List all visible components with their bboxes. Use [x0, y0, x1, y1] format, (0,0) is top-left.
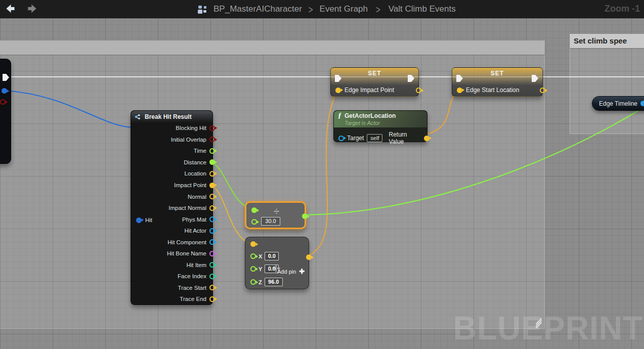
node-add-vector[interactable]: + X 0.0 Y 0.0 Z 96.0 Add pin ✚ — [245, 237, 309, 289]
x-input-pin[interactable] — [250, 253, 256, 259]
pin-label: Location — [185, 170, 206, 177]
pin-label: Normal — [188, 194, 206, 200]
divisor-input-pin[interactable] — [251, 219, 257, 225]
breadcrumb: BP_MasterAICharacter > Event Graph > Val… — [197, 0, 456, 18]
graph-canvas[interactable]: BLUEPRINT Set climb spee — [0, 18, 644, 349]
value-input-pin[interactable] — [335, 88, 341, 93]
time-pin[interactable] — [209, 148, 215, 154]
add-pin-label: Add pin — [277, 269, 296, 275]
axis-label: Z — [259, 279, 262, 285]
title-bar: BP_MasterAICharacter > Event Graph > Val… — [0, 0, 644, 18]
axis-label: Y — [259, 266, 262, 272]
node-header: ƒ GetActorLocation Target is Actor — [334, 111, 427, 127]
blocking-hit-pin[interactable] — [209, 125, 215, 131]
node-title: SET — [452, 70, 542, 77]
output-pin-list: Blocking Hit Initial Overlap Time Distan… — [131, 122, 212, 305]
impact-normal-pin[interactable] — [209, 205, 215, 211]
plus-icon: ✚ — [299, 268, 305, 275]
breadcrumb-graph[interactable]: Event Graph — [320, 4, 368, 14]
breadcrumb-separator: > — [309, 3, 313, 15]
divide-operator-glyph: ÷ — [274, 206, 279, 217]
y-input-pin[interactable] — [250, 266, 256, 272]
breadcrumb-separator: > — [376, 3, 380, 15]
blueprint-asset-icon — [197, 5, 207, 14]
alignment-guide-line — [0, 76, 644, 77]
divisor-value-field[interactable]: 30.0 — [261, 217, 280, 226]
pin-label: Edge Impact Point — [345, 86, 394, 94]
pin-label: Return Value — [389, 131, 421, 145]
x-value-field[interactable]: 0.0 — [265, 252, 279, 260]
value-output-pin[interactable] — [540, 88, 545, 93]
pin-label: Edge Start Location — [466, 86, 519, 94]
node-divide[interactable]: ÷ 30.0 — [245, 201, 306, 229]
target-input-pin[interactable] — [338, 136, 344, 141]
comment-box-climb-body — [570, 48, 644, 134]
hit-actor-pin[interactable] — [209, 228, 215, 234]
pin-label: Trace Start — [178, 285, 206, 291]
node-edge-timeline[interactable]: Edge Timeline — [592, 96, 644, 111]
node-title: Edge Timeline — [599, 100, 637, 107]
node-set-edge-start-location[interactable]: SET Edge Start Location — [452, 67, 543, 97]
node-header: Break Hit Result — [131, 111, 212, 123]
dividend-input-pin[interactable] — [251, 207, 257, 213]
target-self-field[interactable]: self — [367, 134, 382, 142]
pin-label: Impact Normal — [168, 205, 206, 211]
function-icon: ƒ — [338, 112, 341, 119]
node-subtitle: Target is Actor — [345, 120, 396, 126]
break-struct-icon — [135, 114, 142, 120]
axis-label: X — [259, 253, 262, 259]
comment-box-climb-header[interactable]: Set climb spee — [570, 34, 644, 48]
pin-label: Hit Item — [186, 262, 206, 268]
exec-out-pin[interactable] — [3, 74, 9, 81]
node-title: GetActorLocation — [345, 112, 396, 119]
face-index-pin[interactable] — [209, 274, 215, 279]
pin-label: Target — [347, 135, 364, 142]
zoom-level-indicator: Zoom -1 — [605, 4, 640, 14]
pin-label: Distance — [184, 159, 206, 165]
node-get-actor-location[interactable]: ƒ GetActorLocation Target is Actor Targe… — [333, 110, 427, 142]
breadcrumb-asset[interactable]: BP_MasterAICharacter — [213, 4, 302, 14]
impact-point-pin[interactable] — [209, 183, 215, 188]
hit-result-out-pin[interactable] — [2, 88, 7, 94]
trace-end-pin[interactable] — [209, 296, 215, 302]
back-arrow-button[interactable] — [4, 3, 16, 15]
hit-bone-name-pin[interactable] — [209, 251, 215, 256]
pin-label: Trace End — [180, 296, 206, 302]
comment-box-main-header[interactable] — [0, 40, 545, 55]
result-output-pin[interactable] — [306, 254, 312, 260]
node-title: Break Hit Result — [145, 113, 192, 120]
timeline-output-pin[interactable] — [640, 101, 644, 106]
pin-label: Blocking Hit — [176, 125, 206, 131]
z-input-pin[interactable] — [250, 279, 256, 285]
pin-label: Phys Mat — [182, 216, 206, 223]
node-title: SET — [331, 70, 418, 77]
forward-arrow-button[interactable] — [26, 3, 38, 15]
breadcrumb-subgraph[interactable]: Valt Climb Events — [389, 4, 456, 14]
result-output-pin[interactable] — [302, 213, 308, 219]
comment-resize-handle[interactable] — [535, 320, 543, 327]
node-set-edge-impact-point[interactable]: SET Edge Impact Point — [330, 67, 419, 97]
pin-label: Hit Component — [167, 239, 206, 245]
bool-out-pin[interactable] — [0, 99, 6, 105]
value-input-pin[interactable] — [457, 88, 462, 93]
pin-label: Hit Actor — [185, 228, 206, 234]
normal-pin[interactable] — [209, 194, 215, 199]
value-output-pin[interactable] — [416, 88, 421, 93]
pin-label: Face Index — [178, 273, 206, 279]
z-value-field[interactable]: 96.0 — [265, 278, 283, 286]
add-pin-button[interactable]: Add pin ✚ — [277, 268, 305, 275]
clipped-left-node[interactable] — [0, 59, 11, 164]
location-pin[interactable] — [209, 171, 215, 177]
pin-label: Impact Point — [174, 182, 206, 188]
pin-label: Time — [194, 148, 206, 154]
return-value-pin[interactable] — [424, 136, 430, 141]
pin-label: Initial Overlap — [171, 137, 206, 143]
node-break-hit-result[interactable]: Break Hit Result Hit Blocking Hit Initia… — [131, 110, 213, 305]
pin-label: Hit Bone Name — [167, 250, 206, 256]
vector-input-pin[interactable] — [250, 241, 256, 247]
